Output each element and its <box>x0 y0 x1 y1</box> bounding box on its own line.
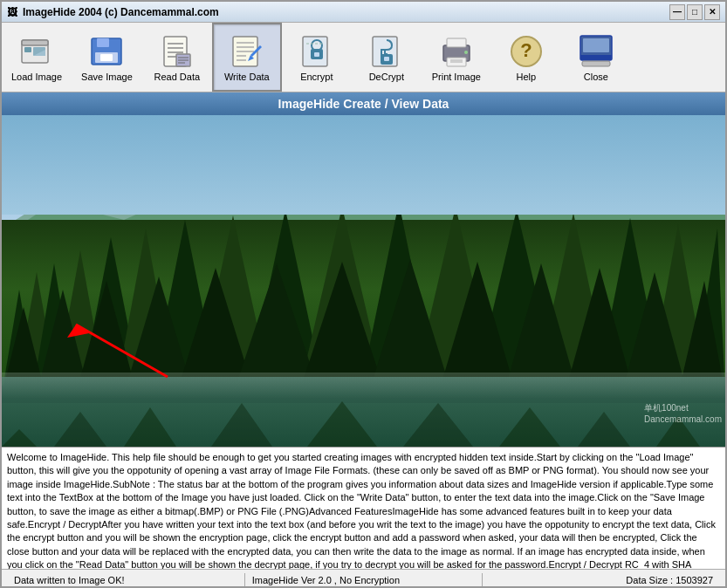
status-right: Data Size : 1503927 <box>483 573 720 587</box>
svg-rect-1 <box>22 40 48 45</box>
app-icon: 🖼 <box>7 6 17 18</box>
svg-rect-31 <box>384 57 389 61</box>
status-right-text: Data Size : 1503927 <box>626 575 713 585</box>
maximize-button[interactable]: □ <box>687 4 703 20</box>
write-data-icon <box>229 33 265 70</box>
svg-rect-41 <box>580 55 612 60</box>
svg-rect-2 <box>24 47 31 52</box>
content-header-label: ImageHide Create / View Data <box>278 97 449 111</box>
encrypt-icon <box>298 33 335 70</box>
svg-rect-6 <box>97 38 109 47</box>
svg-rect-89 <box>2 373 725 399</box>
svg-point-35 <box>464 51 468 54</box>
toolbar-decrypt[interactable]: DeCrypt <box>352 23 422 92</box>
decrypt-icon <box>368 33 405 70</box>
svg-rect-42 <box>583 38 609 52</box>
toolbar-read-data[interactable]: Read Data <box>142 23 212 92</box>
help-icon: ? <box>508 33 545 70</box>
close-icon <box>578 33 614 70</box>
close-label: Close <box>584 72 608 82</box>
toolbar-print-image[interactable]: Print Image <box>422 23 491 92</box>
close-window-button[interactable]: ✕ <box>704 4 720 20</box>
decrypt-label: DeCrypt <box>369 72 404 82</box>
status-left: Data written to Image OK! <box>7 573 245 587</box>
toolbar-save-image[interactable]: Save Image <box>72 23 142 92</box>
print-image-label: Print Image <box>432 72 481 82</box>
status-bar: Data written to Image OK! ImageHide Ver … <box>2 569 725 588</box>
minimize-button[interactable]: — <box>669 4 685 20</box>
save-image-label: Save Image <box>81 72 133 82</box>
text-area: Welcome to ImageHide. This help file sho… <box>2 447 725 569</box>
save-image-icon <box>88 33 125 70</box>
read-data-icon <box>159 33 195 70</box>
toolbar-write-data[interactable]: Write Data <box>212 23 282 92</box>
toolbar-encrypt[interactable]: Encrypt <box>282 23 352 92</box>
content-header: ImageHide Create / View Data <box>2 92 725 115</box>
help-text: Welcome to ImageHide. This help file sho… <box>7 452 716 569</box>
help-label: Help <box>517 72 537 82</box>
title-bar: 🖼 ImageHide 2004 (c) Dancemammal.com — □… <box>2 2 725 23</box>
status-left-text: Data written to Image OK! <box>14 575 125 585</box>
print-image-icon <box>438 33 475 70</box>
load-image-icon <box>18 33 55 70</box>
svg-text:?: ? <box>520 39 532 61</box>
toolbar-help[interactable]: ?Help <box>491 23 561 92</box>
title-text: 🖼 ImageHide 2004 (c) Dancemammal.com <box>7 6 219 18</box>
sky <box>2 115 725 215</box>
image-area: 单机100netDancemammal.com <box>2 115 725 447</box>
landscape <box>2 115 725 447</box>
window-title: ImageHide 2004 (c) Dancemammal.com <box>23 6 219 18</box>
svg-rect-33 <box>447 38 466 47</box>
toolbar-load-image[interactable]: Load Image <box>2 23 72 92</box>
read-data-label: Read Data <box>154 72 201 82</box>
svg-rect-43 <box>582 61 610 66</box>
write-data-label: Write Data <box>224 72 270 82</box>
svg-rect-27 <box>314 52 319 57</box>
toolbar: Load ImageSave ImageRead DataWrite DataE… <box>2 23 725 92</box>
toolbar-close[interactable]: Close <box>561 23 631 92</box>
svg-rect-8 <box>100 54 113 61</box>
status-center-text: ImageHide Ver 2.0 , No Encryption <box>252 575 400 585</box>
window-controls: — □ ✕ <box>669 4 720 20</box>
status-center: ImageHide Ver 2.0 , No Encryption <box>245 573 484 587</box>
load-image-label: Load Image <box>11 72 62 82</box>
encrypt-label: Encrypt <box>300 72 333 82</box>
